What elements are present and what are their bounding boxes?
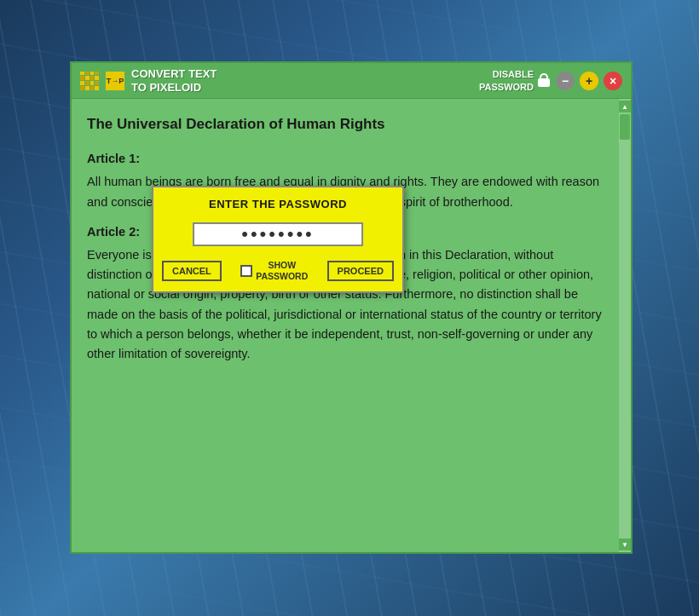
convert-text-icon: T→P — [106, 72, 124, 90]
password-input[interactable] — [193, 222, 363, 246]
scroll-down-arrow[interactable]: ▼ — [619, 538, 631, 550]
pixeloid-logo-icon — [80, 72, 99, 90]
title-bar-right: DISABLE PASSWORD − + × — [479, 68, 622, 93]
content-area: The Universal Declaration of Human Right… — [72, 99, 631, 552]
proceed-button[interactable]: PROCEED — [327, 261, 394, 281]
dialog-password-field — [153, 217, 402, 256]
dialog-buttons: CANCEL SHOW PASSWORD PROCEED — [153, 256, 402, 291]
dialog-title: ENTER THE PASSWORD — [153, 187, 402, 217]
close-button[interactable]: × — [604, 72, 622, 90]
title-bar: T→P CONVERT TEXT TO PIXELOID DISABLE PAS… — [72, 63, 631, 99]
scrollbar[interactable]: ▲ ▼ — [619, 99, 631, 552]
maximize-button[interactable]: + — [580, 72, 598, 90]
password-dialog: ENTER THE PASSWORD CANCEL SHOW PASSWORD … — [152, 186, 404, 293]
app-window: T→P CONVERT TEXT TO PIXELOID DISABLE PAS… — [70, 61, 633, 554]
cancel-button[interactable]: CANCEL — [162, 261, 222, 281]
show-password-checkbox[interactable] — [240, 265, 252, 277]
document-heading: The Universal Declaration of Human Right… — [87, 112, 604, 135]
lock-icon — [537, 73, 551, 89]
text-content: The Universal Declaration of Human Right… — [72, 99, 619, 552]
title-bar-left: T→P CONVERT TEXT TO PIXELOID — [80, 67, 217, 94]
minimize-button[interactable]: − — [556, 72, 575, 90]
scrollbar-thumb[interactable] — [620, 114, 630, 140]
show-password-wrapper: SHOW PASSWORD — [240, 260, 308, 281]
show-password-label[interactable]: SHOW PASSWORD — [256, 260, 308, 281]
disable-password-button[interactable]: DISABLE PASSWORD — [479, 68, 551, 93]
scroll-up-arrow[interactable]: ▲ — [619, 101, 631, 112]
article1-title: Article 1: — [87, 149, 604, 169]
app-title: CONVERT TEXT TO PIXELOID — [131, 67, 217, 94]
